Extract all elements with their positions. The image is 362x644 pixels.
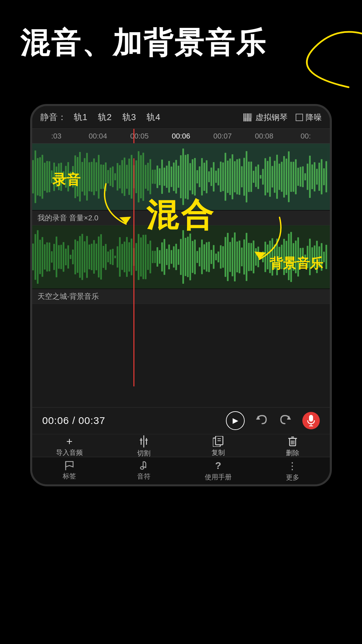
svg-rect-228 [246, 233, 247, 281]
svg-rect-251 [300, 248, 301, 266]
svg-rect-198 [175, 244, 177, 270]
track2-label-row: 天空之城-背景音乐 [32, 289, 330, 304]
track4-btn[interactable]: 轨4 [143, 110, 163, 124]
svg-rect-63 [157, 165, 158, 188]
svg-rect-43 [110, 168, 111, 186]
svg-rect-153 [70, 255, 71, 259]
svg-rect-14 [42, 155, 43, 199]
svg-rect-69 [171, 167, 172, 187]
track1-btn[interactable]: 轨1 [70, 110, 90, 124]
timeline-ruler[interactable]: :03 00:04 00:05 00:06 00:07 00:08 00: [32, 129, 330, 144]
svg-rect-175 [121, 244, 123, 270]
tools-row-1: + 导入音频 切割 复制 [32, 434, 330, 460]
copy-label: 复制 [212, 448, 225, 457]
svg-rect-267 [309, 415, 313, 422]
svg-rect-47 [119, 165, 121, 189]
svg-rect-39 [100, 164, 102, 189]
svg-rect-90 [220, 162, 222, 192]
svg-rect-112 [272, 166, 273, 187]
ruler-mark-3: 00:06 [160, 132, 202, 141]
nav-notes[interactable]: 音符 [107, 461, 181, 481]
svg-rect-238 [269, 241, 271, 273]
svg-rect-160 [86, 236, 88, 278]
svg-rect-203 [187, 237, 189, 277]
svg-rect-243 [281, 245, 283, 269]
track-recording[interactable] [32, 144, 330, 211]
svg-rect-223 [234, 232, 236, 281]
svg-rect-217 [220, 245, 222, 268]
noise-button[interactable]: 降噪 [296, 112, 322, 123]
track2-btn[interactable]: 轨2 [95, 110, 115, 124]
nav-more[interactable]: ⋮ 更多 [255, 460, 330, 482]
svg-rect-210 [203, 244, 205, 270]
svg-rect-134 [323, 168, 325, 185]
track3-btn[interactable]: 轨3 [119, 110, 139, 124]
svg-rect-224 [236, 241, 238, 272]
svg-rect-99 [241, 166, 243, 187]
nav-tags[interactable]: 标签 [32, 461, 107, 481]
flag-icon [64, 461, 74, 470]
svg-rect-79 [194, 158, 196, 196]
svg-rect-12 [37, 158, 39, 195]
svg-rect-239 [272, 238, 273, 276]
cut-button[interactable]: 切割 [107, 435, 181, 458]
svg-rect-109 [264, 158, 266, 196]
svg-rect-152 [67, 245, 69, 268]
svg-rect-189 [154, 251, 156, 263]
ruler-mark-2: 00:05 [119, 132, 160, 141]
svg-rect-164 [96, 244, 97, 270]
svg-rect-197 [173, 246, 175, 268]
svg-rect-262 [325, 245, 327, 269]
svg-rect-130 [314, 162, 315, 191]
svg-rect-256 [311, 247, 313, 266]
track-bgm[interactable] [32, 225, 330, 289]
svg-rect-252 [302, 248, 304, 266]
svg-rect-169 [107, 252, 109, 262]
svg-rect-205 [192, 241, 193, 273]
svg-rect-64 [159, 168, 161, 185]
svg-rect-241 [276, 238, 278, 275]
delete-button[interactable]: 删除 [255, 436, 330, 458]
svg-rect-65 [161, 160, 163, 194]
svg-rect-193 [164, 239, 165, 275]
tracks-area[interactable]: 我的录音 音量×2.0 天空之城-背景音乐 录音 混合 [32, 144, 330, 372]
svg-rect-93 [227, 161, 229, 193]
noise-label: 降噪 [306, 112, 322, 123]
svg-rect-88 [215, 171, 217, 183]
piano-button[interactable]: 虚拟钢琴 [243, 112, 288, 123]
svg-rect-25 [67, 162, 69, 192]
svg-rect-33 [86, 153, 88, 201]
svg-rect-38 [98, 155, 100, 199]
svg-rect-138 [35, 234, 36, 280]
svg-rect-59 [147, 163, 149, 191]
svg-rect-250 [297, 237, 299, 277]
note-icon [139, 461, 148, 471]
svg-rect-231 [253, 240, 254, 273]
redo-button[interactable] [279, 414, 292, 428]
nav-notes-label: 音符 [137, 472, 150, 481]
current-time: 00:06 [42, 415, 69, 426]
svg-rect-248 [293, 243, 294, 271]
svg-rect-232 [255, 248, 257, 266]
svg-rect-165 [98, 236, 100, 277]
svg-rect-162 [91, 244, 93, 270]
nav-manual[interactable]: ? 使用手册 [181, 460, 255, 482]
import-audio-button[interactable]: + 导入音频 [32, 436, 107, 457]
svg-rect-106 [257, 164, 259, 189]
svg-rect-166 [100, 234, 102, 279]
svg-rect-7 [249, 113, 250, 118]
undo-button[interactable] [255, 414, 268, 428]
svg-rect-259 [318, 247, 320, 268]
mute-section: 静音： 轨1 轨2 轨3 轨4 [40, 110, 164, 124]
svg-rect-92 [225, 153, 226, 201]
svg-rect-244 [283, 239, 285, 275]
svg-rect-207 [196, 251, 198, 263]
ruler-mark-5: 00:08 [243, 132, 285, 141]
play-button[interactable]: ▶ [226, 411, 245, 430]
copy-button[interactable]: 复制 [181, 436, 255, 457]
record-button[interactable] [302, 412, 320, 429]
svg-rect-21 [58, 163, 60, 190]
svg-rect-103 [250, 162, 252, 192]
svg-rect-246 [288, 234, 290, 280]
svg-rect-191 [159, 250, 161, 264]
